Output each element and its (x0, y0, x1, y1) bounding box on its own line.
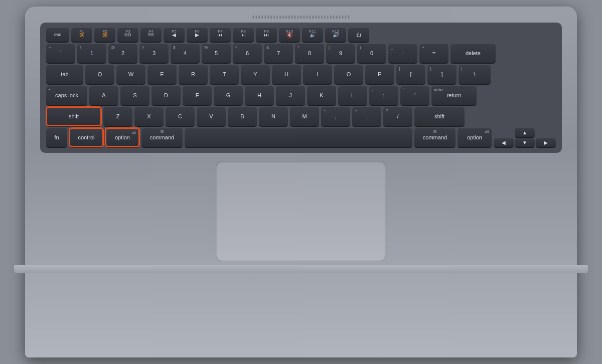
key-e[interactable]: E (147, 65, 177, 84)
key-arrow-right[interactable]: ▶ (536, 138, 556, 147)
key-4[interactable]: $ 4 (171, 44, 200, 63)
key-b[interactable]: B (228, 107, 257, 126)
arrow-cluster: ▲ ◀ ▼ ▶ (494, 128, 556, 147)
key-f2[interactable]: F2 🔆 (94, 28, 115, 42)
key-c[interactable]: C (166, 107, 195, 126)
key-r[interactable]: R (179, 65, 208, 84)
key-backtick[interactable]: ~ ` (46, 44, 75, 63)
key-backslash[interactable]: | \ (459, 65, 491, 84)
key-a[interactable]: A (89, 86, 118, 105)
key-x[interactable]: X (134, 107, 164, 126)
key-f9[interactable]: F9 ⏭ (256, 28, 277, 42)
function-row: esc F1 🔅 F2 🔆 F3 ⊞⊟ F4 ⠿⠿ F5 ◀ (46, 28, 556, 42)
key-slash[interactable]: ? / (383, 107, 412, 126)
key-power[interactable]: ⏻ (348, 28, 369, 42)
key-g[interactable]: G (214, 86, 243, 105)
key-minus[interactable]: _ - (388, 44, 417, 63)
key-1[interactable]: ! 1 (77, 44, 106, 63)
key-v[interactable]: V (197, 107, 226, 126)
key-8[interactable]: * 8 (295, 44, 324, 63)
key-control[interactable]: control (69, 128, 103, 147)
key-bracket-left[interactable]: { [ (396, 65, 425, 84)
key-command-left[interactable]: ⌘ command (141, 128, 183, 147)
key-j[interactable]: J (276, 86, 305, 105)
key-5[interactable]: % 5 (202, 44, 231, 63)
number-row: ~ ` ! 1 @ 2 # 3 $ 4 % 5 (46, 44, 556, 63)
qwerty-row: tab Q W E R T Y U I O P { [ } ] | \ (46, 65, 556, 84)
key-y[interactable]: Y (241, 65, 270, 84)
zxcv-row: shift Z X C V B N M < , > . ? / shift (46, 107, 556, 126)
key-o[interactable]: O (334, 65, 363, 84)
key-caps-lock[interactable]: ● caps lock (46, 86, 87, 105)
key-arrow-down[interactable]: ▼ (515, 138, 535, 147)
key-f11[interactable]: F11 🔉 (302, 28, 323, 42)
key-h[interactable]: H (245, 86, 274, 105)
key-q[interactable]: Q (85, 65, 114, 84)
key-bracket-right[interactable]: } ] (427, 65, 457, 84)
key-t[interactable]: T (210, 65, 239, 84)
key-9[interactable]: ( 9 (326, 44, 355, 63)
key-k[interactable]: K (307, 86, 336, 105)
key-3[interactable]: # 3 (139, 44, 169, 63)
key-shift-right[interactable]: shift (414, 107, 465, 126)
key-spacebar[interactable] (185, 128, 412, 147)
key-i[interactable]: I (303, 65, 332, 84)
key-6[interactable]: ^ 6 (233, 44, 262, 63)
key-f7[interactable]: F7 ⏮ (210, 28, 231, 42)
key-shift-left[interactable]: shift (46, 107, 101, 126)
key-quote[interactable]: " ' (400, 86, 429, 105)
key-u[interactable]: U (272, 65, 301, 84)
laptop-body: esc F1 🔅 F2 🔆 F3 ⊞⊟ F4 ⠿⠿ F5 ◀ (25, 7, 577, 357)
key-option-right[interactable]: alt option (458, 128, 492, 147)
key-comma[interactable]: < , (321, 107, 350, 126)
key-f4[interactable]: F4 ⠿⠿ (140, 28, 162, 42)
key-arrow-left[interactable]: ◀ (494, 138, 514, 147)
key-return[interactable]: enter return (431, 86, 477, 105)
key-command-right[interactable]: ⌘ command (414, 128, 456, 147)
key-d[interactable]: D (152, 86, 181, 105)
key-l[interactable]: L (338, 86, 367, 105)
key-m[interactable]: M (290, 107, 319, 126)
key-w[interactable]: W (116, 65, 145, 84)
key-fn[interactable]: fn (46, 128, 67, 147)
key-f8[interactable]: F8 ⏯ (233, 28, 254, 42)
laptop-top-bar (40, 16, 562, 19)
key-7[interactable]: & 7 (264, 44, 293, 63)
key-f3[interactable]: F3 ⊞⊟ (117, 28, 138, 42)
key-f5[interactable]: F5 ◀ (164, 28, 185, 42)
speaker-grille (251, 16, 351, 19)
bottom-row: fn control alt option ⌘ command ⌘ comman… (46, 128, 556, 147)
key-n[interactable]: N (259, 107, 288, 126)
key-option-left[interactable]: alt option (105, 128, 139, 147)
key-2[interactable]: @ 2 (108, 44, 137, 63)
key-f1[interactable]: F1 🔅 (71, 28, 92, 42)
key-f[interactable]: F (183, 86, 212, 105)
key-f6[interactable]: F6 ▶ (187, 28, 208, 42)
key-delete[interactable]: delete (450, 44, 496, 63)
keyboard-area: esc F1 🔅 F2 🔆 F3 ⊞⊟ F4 ⠿⠿ F5 ◀ (40, 23, 562, 153)
key-z[interactable]: Z (103, 107, 132, 126)
key-arrow-up[interactable]: ▲ (515, 128, 535, 137)
trackpad-area (40, 161, 562, 261)
key-period[interactable]: > . (352, 107, 381, 126)
asdf-row: ● caps lock A S D F G H J K L : ; " ' en… (46, 86, 556, 105)
key-s[interactable]: S (120, 86, 149, 105)
key-f10[interactable]: F10 🔇 (279, 28, 300, 42)
key-equals[interactable]: + = (419, 44, 448, 63)
key-0[interactable]: ) 0 (357, 44, 386, 63)
key-f12[interactable]: F12 🔊 (325, 28, 346, 42)
key-semicolon[interactable]: : ; (369, 86, 398, 105)
key-tab[interactable]: tab (46, 65, 83, 84)
key-esc[interactable]: esc (46, 28, 69, 42)
bottom-bar (14, 265, 588, 273)
trackpad[interactable] (216, 161, 386, 261)
key-p[interactable]: P (365, 65, 394, 84)
